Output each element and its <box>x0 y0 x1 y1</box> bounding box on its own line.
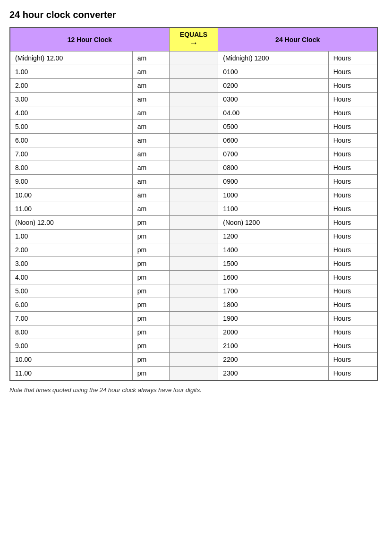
time-24-value: 0600 <box>218 134 328 147</box>
hours-label: Hours <box>328 257 377 271</box>
ampm-value: pm <box>132 312 169 325</box>
ampm-value: pm <box>132 257 169 271</box>
time-12-value: 10.00 <box>10 353 132 367</box>
time-24-value: 0800 <box>218 161 328 175</box>
ampm-value: am <box>132 93 169 106</box>
table-row: 11.00pm2300Hours <box>10 367 377 381</box>
time-24-value: (Noon) 1200 <box>218 216 328 230</box>
ampm-value: am <box>132 175 169 188</box>
hours-label: Hours <box>328 367 377 381</box>
table-row: 10.00pm2200Hours <box>10 353 377 367</box>
header-equals: EQUALS → <box>169 27 218 51</box>
table-row: 9.00pm2100Hours <box>10 339 377 353</box>
time-12-value: 11.00 <box>10 367 132 381</box>
equals-cell <box>169 325 218 339</box>
table-row: 2.00am0200Hours <box>10 79 377 93</box>
table-row: 5.00pm1700Hours <box>10 284 377 298</box>
time-12-value: 9.00 <box>10 175 132 188</box>
equals-cell <box>169 202 218 216</box>
equals-cell <box>169 147 218 161</box>
hours-label: Hours <box>328 175 377 188</box>
time-12-value: 11.00 <box>10 202 132 216</box>
time-12-value: 6.00 <box>10 298 132 312</box>
table-row: 11.00am1100Hours <box>10 202 377 216</box>
table-row: 8.00pm2000Hours <box>10 325 377 339</box>
equals-cell <box>169 65 218 79</box>
equals-cell <box>169 353 218 367</box>
table-row: 8.00am0800Hours <box>10 161 377 175</box>
ampm-value: am <box>132 161 169 175</box>
time-24-value: 0700 <box>218 147 328 161</box>
equals-cell <box>169 93 218 106</box>
time-24-value: 2100 <box>218 339 328 353</box>
time-12-value: 8.00 <box>10 161 132 175</box>
equals-cell <box>169 120 218 134</box>
time-12-value: 3.00 <box>10 93 132 106</box>
equals-cell <box>169 51 218 65</box>
footer-note: Note that times quoted using the 24 hour… <box>9 386 383 393</box>
equals-cell <box>169 106 218 120</box>
ampm-value: pm <box>132 230 169 243</box>
table-row: 9.00am0900Hours <box>10 175 377 188</box>
ampm-value: pm <box>132 353 169 367</box>
equals-cell <box>169 312 218 325</box>
time-24-value: 1000 <box>218 188 328 202</box>
ampm-value: am <box>132 202 169 216</box>
hours-label: Hours <box>328 202 377 216</box>
arrow-icon: → <box>174 38 213 48</box>
table-row: 3.00pm1500Hours <box>10 257 377 271</box>
hours-label: Hours <box>328 353 377 367</box>
time-12-value: 6.00 <box>10 134 132 147</box>
time-12-value: 1.00 <box>10 230 132 243</box>
ampm-value: am <box>132 106 169 120</box>
hours-label: Hours <box>328 120 377 134</box>
hours-label: Hours <box>328 271 377 284</box>
ampm-value: am <box>132 79 169 93</box>
table-row: 1.00pm1200Hours <box>10 230 377 243</box>
equals-cell <box>169 339 218 353</box>
time-24-value: 2000 <box>218 325 328 339</box>
ampm-value: am <box>132 147 169 161</box>
time-24-value: 1700 <box>218 284 328 298</box>
time-12-value: 5.00 <box>10 284 132 298</box>
time-24-value: 04.00 <box>218 106 328 120</box>
equals-cell <box>169 271 218 284</box>
equals-cell <box>169 79 218 93</box>
table-row: 7.00am0700Hours <box>10 147 377 161</box>
equals-cell <box>169 284 218 298</box>
table-row: 3.00am0300Hours <box>10 93 377 106</box>
hours-label: Hours <box>328 230 377 243</box>
time-24-value: (Midnight) 1200 <box>218 51 328 65</box>
ampm-value: am <box>132 188 169 202</box>
time-24-value: 1900 <box>218 312 328 325</box>
hours-label: Hours <box>328 312 377 325</box>
hours-label: Hours <box>328 325 377 339</box>
ampm-value: am <box>132 65 169 79</box>
time-24-value: 1800 <box>218 298 328 312</box>
equals-cell <box>169 188 218 202</box>
hours-label: Hours <box>328 298 377 312</box>
hours-label: Hours <box>328 188 377 202</box>
ampm-value: pm <box>132 216 169 230</box>
time-24-value: 2200 <box>218 353 328 367</box>
ampm-value: pm <box>132 271 169 284</box>
time-12-value: 2.00 <box>10 79 132 93</box>
hours-label: Hours <box>328 147 377 161</box>
ampm-value: pm <box>132 243 169 257</box>
ampm-value: pm <box>132 325 169 339</box>
hours-label: Hours <box>328 93 377 106</box>
time-24-value: 1100 <box>218 202 328 216</box>
time-12-value: 7.00 <box>10 312 132 325</box>
time-12-value: (Noon) 12.00 <box>10 216 132 230</box>
page-title: 24 hour clock converter <box>9 9 383 20</box>
header-12-hour: 12 Hour Clock <box>10 27 169 51</box>
time-12-value: 5.00 <box>10 120 132 134</box>
hours-label: Hours <box>328 134 377 147</box>
time-12-value: (Midnight) 12.00 <box>10 51 132 65</box>
table-row: 6.00pm1800Hours <box>10 298 377 312</box>
ampm-value: pm <box>132 339 169 353</box>
time-24-value: 0500 <box>218 120 328 134</box>
ampm-value: pm <box>132 298 169 312</box>
table-row: 7.00pm1900Hours <box>10 312 377 325</box>
time-12-value: 10.00 <box>10 188 132 202</box>
